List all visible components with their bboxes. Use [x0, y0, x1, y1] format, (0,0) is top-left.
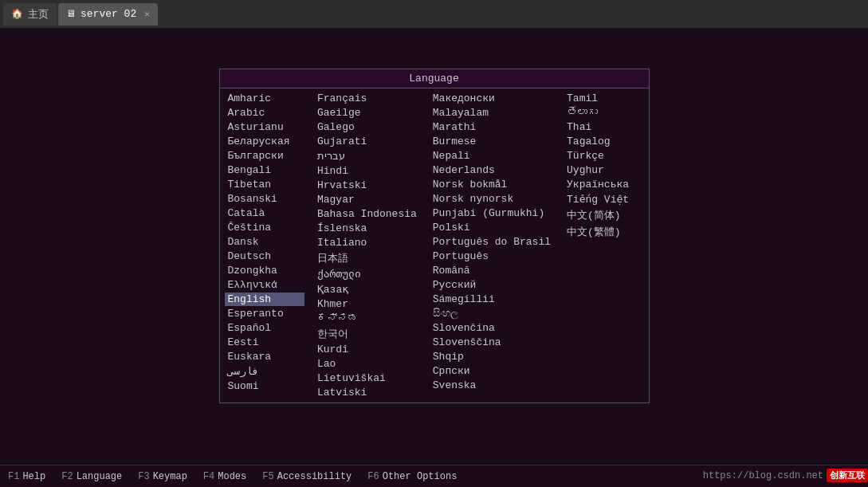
f4-label: Modes: [218, 471, 246, 482]
dialog-title: Language: [220, 69, 649, 88]
list-item[interactable]: Українська: [564, 178, 643, 191]
list-item[interactable]: Galego: [314, 120, 420, 134]
list-item[interactable]: Dansk: [225, 235, 304, 249]
list-item[interactable]: עברית: [314, 149, 420, 163]
list-item[interactable]: 한국어: [314, 326, 420, 342]
list-item[interactable]: Khmer: [314, 297, 420, 311]
lang-col-3: Македонски Malayalam Marathi Burmese Nep…: [425, 88, 559, 403]
list-item[interactable]: Íslenska: [314, 222, 420, 235]
list-item[interactable]: 中文(繁體): [564, 224, 643, 240]
tab-close-button[interactable]: ✕: [144, 9, 150, 19]
home-icon: 🏠: [11, 8, 23, 20]
list-item[interactable]: Български: [225, 149, 304, 163]
list-item[interactable]: Bosanski: [225, 192, 304, 206]
list-item[interactable]: Čeština: [225, 221, 304, 234]
list-item[interactable]: Hrvatski: [314, 179, 420, 192]
list-item[interactable]: Bengali: [225, 163, 304, 177]
language-dialog: Language Amharic Arabic Asturianu Белару…: [219, 69, 650, 403]
list-item[interactable]: Uyghur: [564, 163, 643, 177]
list-item[interactable]: Eesti: [225, 336, 304, 349]
list-item[interactable]: Lao: [314, 357, 420, 371]
list-item[interactable]: Thai: [564, 120, 643, 134]
func-f5[interactable]: F5 Accessibility: [262, 471, 352, 482]
list-item[interactable]: Magyar: [314, 193, 420, 206]
list-item[interactable]: Norsk bokmål: [430, 178, 554, 191]
list-item[interactable]: Polski: [430, 221, 554, 234]
list-item[interactable]: Svenska: [430, 379, 554, 392]
list-item[interactable]: Română: [430, 264, 554, 277]
list-item[interactable]: ქართული: [314, 267, 420, 281]
tab-home[interactable]: 🏠 主页: [3, 3, 57, 26]
list-item[interactable]: Nepali: [430, 149, 554, 163]
watermark-logo: 创新互联: [827, 469, 868, 482]
list-item[interactable]: తెలుగు: [564, 106, 643, 120]
list-item[interactable]: Euskara: [225, 350, 304, 363]
list-item[interactable]: Gaeilge: [314, 106, 420, 120]
list-item[interactable]: Bahasa Indonesia: [314, 207, 420, 221]
f6-label: Other Options: [383, 471, 458, 482]
list-item[interactable]: 中文(简体): [564, 207, 643, 223]
list-item[interactable]: Suomi: [225, 379, 304, 393]
list-item[interactable]: Français: [314, 92, 420, 105]
f2-label: Language: [77, 471, 123, 482]
list-item[interactable]: Tiếng Việt: [564, 192, 643, 206]
func-f2[interactable]: F2 Language: [61, 471, 122, 482]
list-item[interactable]: Português do Brasil: [430, 235, 554, 249]
list-item[interactable]: Italiano: [314, 236, 420, 249]
list-item[interactable]: Deutsch: [225, 249, 304, 263]
list-item[interactable]: Tamil: [564, 92, 643, 105]
list-item[interactable]: Kurdî: [314, 343, 420, 356]
list-item[interactable]: Norsk nynorsk: [430, 192, 554, 206]
list-item[interactable]: Shqip: [430, 350, 554, 363]
func-f6[interactable]: F6 Other Options: [367, 471, 457, 482]
list-item[interactable]: Slovenčina: [430, 321, 554, 335]
language-grid: Amharic Arabic Asturianu Беларуская Бълг…: [220, 88, 649, 403]
f5-label: Accessibility: [277, 471, 352, 482]
f4-key: F4: [203, 471, 214, 482]
func-f4[interactable]: F4 Modes: [203, 471, 246, 482]
server-icon: 🖥: [66, 8, 76, 20]
f1-label: Help: [22, 471, 45, 482]
list-item[interactable]: Slovenščina: [430, 336, 554, 349]
list-item[interactable]: فارسی: [225, 364, 304, 379]
list-item[interactable]: Tagalog: [564, 135, 643, 148]
list-item[interactable]: 日本語: [314, 250, 420, 266]
func-f1[interactable]: F1 Help: [8, 471, 45, 482]
list-item[interactable]: Burmese: [430, 135, 554, 148]
list-item[interactable]: Esperanto: [225, 307, 304, 320]
lang-col-2: Français Gaeilge Galego Gujarati עברית H…: [309, 88, 425, 403]
list-item[interactable]: Català: [225, 206, 304, 220]
list-item[interactable]: Српски: [430, 364, 554, 378]
list-item[interactable]: Русский: [430, 278, 554, 292]
list-item-english[interactable]: English: [225, 293, 304, 306]
list-item[interactable]: Türkçe: [564, 149, 643, 163]
list-item[interactable]: Arabic: [225, 106, 304, 120]
lang-col-4: Tamil తెలుగు Thai Tagalog Türkçe Uyghur …: [559, 88, 648, 403]
list-item[interactable]: Lietuviškai: [314, 371, 420, 385]
tab-server02-label: server 02: [81, 8, 136, 20]
list-item[interactable]: Amharic: [225, 92, 304, 105]
list-item[interactable]: Dzongkha: [225, 264, 304, 277]
f3-label: Keymap: [153, 471, 187, 482]
list-item[interactable]: Gujarati: [314, 135, 420, 148]
list-item[interactable]: ಕನ್ನಡ: [314, 312, 420, 325]
list-item[interactable]: Hindi: [314, 164, 420, 178]
tab-server02[interactable]: 🖥 server 02 ✕: [58, 3, 158, 26]
list-item[interactable]: Malayalam: [430, 106, 554, 120]
list-item[interactable]: Marathi: [430, 120, 554, 134]
list-item[interactable]: Português: [430, 249, 554, 263]
list-item[interactable]: Sámegillii: [430, 293, 554, 306]
list-item[interactable]: Nederlands: [430, 163, 554, 177]
list-item[interactable]: Español: [225, 321, 304, 335]
list-item[interactable]: Asturianu: [225, 120, 304, 134]
tab-bar: 🏠 主页 🖥 server 02 ✕: [0, 0, 868, 29]
list-item[interactable]: Қазақ: [314, 282, 420, 297]
list-item[interactable]: Tibetan: [225, 178, 304, 191]
list-item[interactable]: සිංහල: [430, 307, 554, 320]
list-item[interactable]: Беларуская: [225, 135, 304, 148]
func-f3[interactable]: F3 Keymap: [138, 471, 187, 482]
list-item[interactable]: Latviski: [314, 386, 420, 399]
list-item[interactable]: Punjabi (Gurmukhi): [430, 206, 554, 220]
list-item[interactable]: Македонски: [430, 92, 554, 105]
list-item[interactable]: Ελληνικά: [225, 278, 304, 292]
